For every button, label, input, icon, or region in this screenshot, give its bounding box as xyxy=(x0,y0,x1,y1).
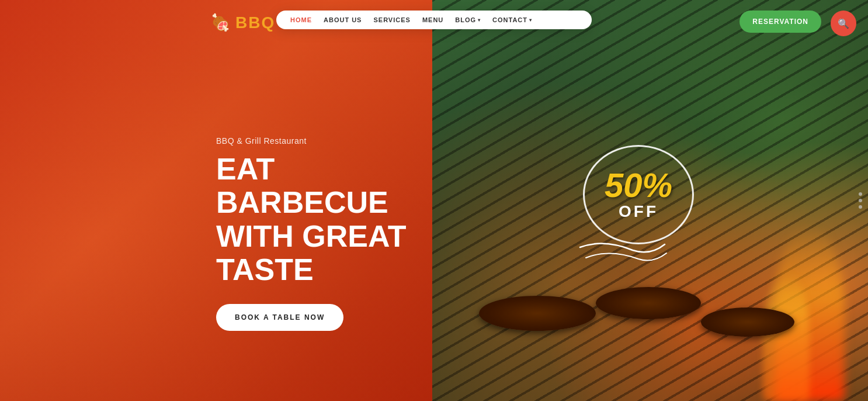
discount-percent: 50% xyxy=(605,168,672,202)
three-dots xyxy=(859,192,862,209)
logo-text: BBQ xyxy=(235,13,275,32)
hero-subtitle: BBQ & Grill Restaurant xyxy=(216,136,415,146)
nav-blog-label: BLOG xyxy=(455,16,476,23)
nav-home[interactable]: HOME xyxy=(290,16,312,23)
dot-2 xyxy=(859,199,862,202)
search-button[interactable]: 🔍 xyxy=(831,11,856,36)
nav-services[interactable]: SERVICES xyxy=(373,16,410,23)
search-icon: 🔍 xyxy=(838,18,849,29)
swoosh-svg xyxy=(574,236,668,271)
logo-icon: 🍖 xyxy=(210,13,231,32)
nav-contact-arrow: ▾ xyxy=(529,18,532,23)
hero-section: 50% OFF 🍖 BBQ HOME ABOUT US SERVICES MEN… xyxy=(0,0,868,401)
reservation-button[interactable]: RESERVATION xyxy=(739,11,821,33)
nav-contact-label: CONTACT xyxy=(492,16,527,23)
hero-right-panel: 50% OFF xyxy=(432,0,868,401)
dot-3 xyxy=(859,205,862,209)
nav-blog[interactable]: BLOG ▾ xyxy=(455,16,481,23)
discount-label: OFF xyxy=(619,202,658,221)
hero-content: BBQ & Grill Restaurant EAT BARBECUE WITH… xyxy=(216,136,415,331)
navbar: HOME ABOUT US SERVICES MENU BLOG ▾ CONTA… xyxy=(276,11,592,29)
discount-badge: 50% OFF xyxy=(580,136,697,253)
patty-3 xyxy=(701,307,794,337)
nav-menu[interactable]: MENU xyxy=(422,16,443,23)
patty-1 xyxy=(479,296,596,331)
patty-2 xyxy=(596,287,701,319)
logo[interactable]: 🍖 BBQ xyxy=(210,13,275,32)
nav-about[interactable]: ABOUT US xyxy=(324,16,362,23)
book-table-button[interactable]: BOOK A TABLE NOW xyxy=(216,304,343,331)
nav-blog-arrow: ▾ xyxy=(478,18,481,23)
dot-1 xyxy=(859,192,862,196)
nav-contact[interactable]: CONTACT ▾ xyxy=(492,16,532,23)
hero-title: EAT BARBECUE WITH GREAT TASTE xyxy=(216,153,415,286)
